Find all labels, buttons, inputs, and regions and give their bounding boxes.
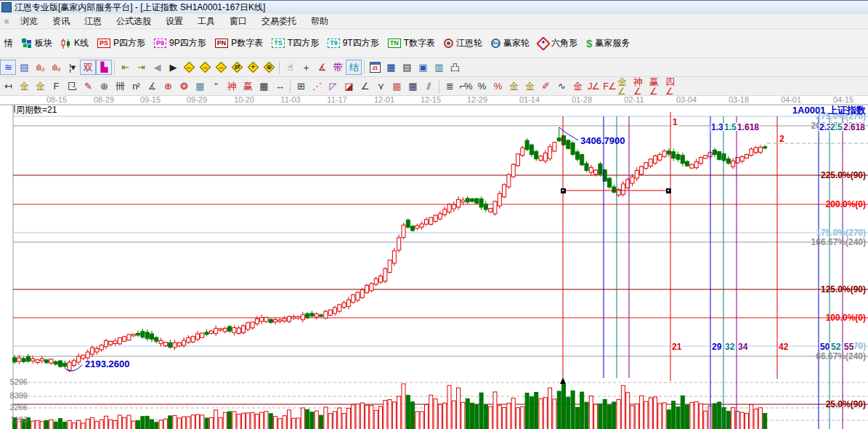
draw-wave-icon[interactable]: ≋ bbox=[0, 60, 16, 75]
candle[interactable] bbox=[17, 358, 21, 361]
candle[interactable] bbox=[420, 224, 423, 227]
volume-bar[interactable] bbox=[36, 421, 39, 429]
volume-bar[interactable] bbox=[420, 412, 423, 429]
volume-bar[interactable] bbox=[726, 412, 730, 429]
diamond-left-icon[interactable]: ← bbox=[181, 60, 197, 75]
grid-123-icon[interactable]: ▦ bbox=[256, 79, 272, 94]
volume-bar[interactable] bbox=[644, 401, 648, 429]
volume-bar[interactable] bbox=[447, 385, 451, 429]
pattern-icon[interactable]: 双 bbox=[80, 60, 96, 75]
volume-bar[interactable] bbox=[269, 414, 272, 429]
a-line-icon[interactable]: ∡ bbox=[144, 79, 160, 94]
candle[interactable] bbox=[392, 251, 396, 263]
volume-bar[interactable] bbox=[246, 413, 250, 429]
volume-bar[interactable] bbox=[452, 401, 455, 429]
candle[interactable] bbox=[489, 209, 492, 212]
candle[interactable] bbox=[635, 170, 638, 178]
candle[interactable] bbox=[292, 316, 296, 318]
volume-bar[interactable] bbox=[320, 415, 323, 429]
candle[interactable] bbox=[425, 220, 429, 224]
toolbar-button-kline[interactable]: K线 bbox=[57, 34, 93, 52]
candle[interactable] bbox=[288, 316, 291, 321]
candle[interactable] bbox=[557, 138, 561, 141]
f-angle-icon[interactable]: F∠ bbox=[601, 79, 617, 94]
candle[interactable] bbox=[402, 225, 405, 238]
candle[interactable] bbox=[123, 337, 126, 341]
candle[interactable] bbox=[521, 148, 524, 155]
j-angle-icon[interactable]: J∠ bbox=[585, 79, 601, 94]
candle[interactable] bbox=[205, 332, 208, 334]
volume-bar[interactable] bbox=[617, 399, 620, 429]
toolbar-button-t-square[interactable]: TST四方形 bbox=[267, 34, 323, 52]
volume-bar[interactable] bbox=[704, 411, 707, 429]
candle[interactable] bbox=[525, 140, 529, 149]
candle[interactable] bbox=[539, 156, 543, 161]
candle[interactable] bbox=[699, 158, 703, 164]
hand-icon[interactable]: ☝ bbox=[282, 60, 298, 75]
candle[interactable] bbox=[141, 332, 145, 337]
volume-bar[interactable] bbox=[205, 418, 208, 429]
candle[interactable] bbox=[159, 340, 163, 343]
candle[interactable] bbox=[246, 323, 250, 329]
candle[interactable] bbox=[346, 300, 350, 306]
volume-bar[interactable] bbox=[209, 417, 213, 429]
candle[interactable] bbox=[694, 161, 698, 167]
volume-bar[interactable] bbox=[228, 412, 232, 429]
candle[interactable] bbox=[681, 156, 684, 164]
volume-bar[interactable] bbox=[137, 420, 140, 429]
candle[interactable] bbox=[187, 337, 190, 342]
candle[interactable] bbox=[328, 310, 332, 315]
candle[interactable] bbox=[155, 337, 158, 341]
candle[interactable] bbox=[543, 153, 547, 161]
candle[interactable] bbox=[589, 167, 593, 172]
toolbar-button-quotes[interactable]: 情 bbox=[0, 34, 17, 52]
volume-bar[interactable] bbox=[54, 422, 57, 429]
candle[interactable] bbox=[644, 163, 648, 169]
candle[interactable] bbox=[86, 352, 89, 358]
candle[interactable] bbox=[493, 201, 497, 214]
candle[interactable] bbox=[475, 199, 479, 203]
volume-bar[interactable] bbox=[406, 396, 410, 429]
volume-bar[interactable] bbox=[63, 422, 67, 429]
candle[interactable] bbox=[466, 199, 469, 202]
arrow-tool-icon[interactable]: ↤ bbox=[0, 79, 16, 94]
candle[interactable] bbox=[137, 333, 140, 335]
candle[interactable] bbox=[237, 328, 240, 333]
volume-bar[interactable] bbox=[580, 392, 584, 429]
volume-bar[interactable] bbox=[219, 418, 222, 429]
toolbar-button-p9-square[interactable]: P99P四方形 bbox=[150, 34, 211, 52]
calendar-icon[interactable]: 21 bbox=[367, 60, 383, 75]
diamond-right-icon[interactable]: → bbox=[197, 60, 213, 75]
candle[interactable] bbox=[22, 358, 25, 361]
candle[interactable] bbox=[36, 360, 39, 363]
double-tick-icon[interactable]: ʺ bbox=[208, 79, 224, 94]
tally-icon[interactable]: 卌 bbox=[112, 79, 128, 94]
candle[interactable] bbox=[223, 329, 227, 332]
volume-bar[interactable] bbox=[658, 404, 662, 429]
volume-bar[interactable] bbox=[571, 390, 575, 429]
volume-bar[interactable] bbox=[621, 385, 625, 429]
volume-bar[interactable] bbox=[81, 423, 85, 429]
save-icon[interactable]: ▣ bbox=[415, 60, 431, 75]
volume-bar[interactable] bbox=[127, 415, 131, 429]
volume-bar[interactable] bbox=[429, 395, 433, 429]
candle[interactable] bbox=[503, 185, 506, 197]
candle[interactable] bbox=[296, 317, 300, 318]
monitor-icon[interactable]: ▥ bbox=[431, 60, 447, 75]
candle[interactable] bbox=[232, 328, 236, 333]
gold-under-icon[interactable]: 金 bbox=[569, 79, 585, 94]
volume-bar[interactable] bbox=[630, 406, 634, 429]
next-icon[interactable]: ▶ bbox=[165, 60, 181, 75]
volume-bar[interactable] bbox=[159, 420, 163, 429]
candle[interactable] bbox=[200, 333, 204, 337]
volume-bar[interactable] bbox=[315, 411, 318, 429]
volume-bar[interactable] bbox=[612, 402, 616, 429]
target-red-icon[interactable]: ⊕ bbox=[160, 79, 176, 94]
volume-bar[interactable] bbox=[374, 410, 378, 429]
candle[interactable] bbox=[658, 154, 662, 160]
volume-bar[interactable] bbox=[713, 404, 716, 429]
fan-red-icon[interactable]: ⋰ bbox=[309, 79, 325, 94]
volume-bar[interactable] bbox=[150, 420, 154, 429]
spiral-icon[interactable]: 㔾 bbox=[64, 79, 80, 94]
volume-bar[interactable] bbox=[516, 408, 520, 429]
